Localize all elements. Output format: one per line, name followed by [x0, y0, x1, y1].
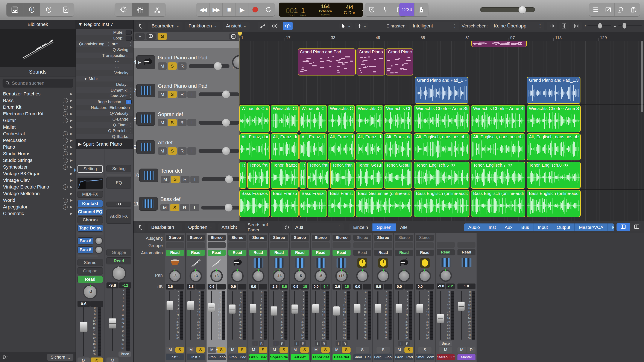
send-slot[interactable]: Bus 8 — [78, 246, 94, 254]
solo-button[interactable]: S — [404, 347, 413, 353]
track-record-button[interactable]: R — [178, 91, 186, 98]
volume-value[interactable]: 0.0 — [395, 284, 404, 290]
patch-play-icon[interactable]: ▶ — [138, 60, 141, 64]
group-button[interactable] — [228, 242, 246, 248]
track-name[interactable]: Tenor def — [161, 168, 239, 174]
group-button[interactable] — [458, 242, 476, 248]
mixer-strip-tenor-def[interactable]: StereoRead-50.0-9.4036912151821243035404… — [310, 233, 331, 362]
media-browser-button[interactable] — [627, 3, 640, 16]
region-param-row[interactable]: Q-Velocity: — [76, 110, 133, 116]
mute-button[interactable]: M — [291, 347, 300, 353]
region[interactable]: Tenor, Gesumm — [384, 162, 412, 189]
track-mute-button[interactable]: M — [160, 204, 169, 211]
library-item-world[interactable]: World↓▶ — [0, 197, 76, 204]
region[interactable]: Alt, Englisch, dans nos obscurit — [471, 133, 525, 160]
pan-knob[interactable]: +3 — [190, 270, 202, 282]
fader-thumb[interactable] — [374, 304, 382, 313]
region-inspector-header[interactable]: ▼ Region: Inst 7 — [76, 20, 133, 29]
input-monitor-button[interactable]: I — [336, 341, 341, 346]
fader-thumb[interactable] — [396, 304, 402, 313]
menu-bearbeiten[interactable]: Bearbeiten⌄ — [148, 22, 182, 30]
output-button[interactable]: Stereo — [208, 235, 226, 241]
mixer-strip-alt-def[interactable]: StereoRead+5-0.9-15036912151821243035404… — [290, 233, 310, 362]
track-record-button[interactable]: R — [178, 62, 186, 70]
fader-thumb[interactable] — [437, 314, 444, 323]
region[interactable]: Alt, Franz, dan — [271, 133, 298, 160]
region[interactable]: Wiinachts Chörl — [384, 105, 412, 132]
fader-thumb[interactable] — [458, 302, 465, 311]
region[interactable]: Bass Französis — [271, 190, 298, 217]
mixer-menu-bearbeiten[interactable]: Bearbeiten⌄ — [148, 223, 182, 231]
pan-knob[interactable]: +16 — [335, 270, 348, 282]
volume-fader[interactable]: 03691215182124303540455060 — [228, 291, 246, 340]
track-input-monitor-button[interactable]: I — [190, 204, 199, 211]
automation-button[interactable]: Read — [187, 250, 205, 256]
strip-name[interactable]: Gran...iano — [208, 354, 226, 360]
v-zoom-thumb[interactable] — [598, 23, 602, 28]
strip-name[interactable]: Sopran def — [270, 354, 288, 360]
mute-button[interactable]: M — [395, 347, 404, 353]
track-record-button[interactable]: R — [180, 176, 190, 183]
region[interactable]: Alt, Franz, dan — [328, 133, 355, 160]
vertical-auto-zoom-button[interactable] — [560, 22, 569, 30]
track-volume-slider[interactable] — [202, 177, 239, 181]
cycle-button[interactable] — [262, 3, 275, 16]
view-mode-einzeln[interactable]: Einzeln — [349, 223, 372, 231]
region[interactable]: Tenor, Gesumm — [356, 162, 383, 189]
volume-fader[interactable]: 03691215182124303540455060 — [374, 291, 392, 340]
fader-thumb[interactable] — [250, 304, 256, 313]
library-item-orchestral[interactable]: Orchestral↓▶ — [0, 130, 76, 137]
region[interactable]: Grand Piano and Pad_1 — [415, 77, 468, 104]
volume-value[interactable]: 0.0 — [312, 284, 320, 290]
waveform-zoom-button[interactable] — [547, 22, 557, 30]
strip-name[interactable]: Smal...oom — [416, 354, 434, 360]
download-icon[interactable]: ↓ — [63, 145, 68, 150]
arrange-area[interactable]: Grand Piano and PadGrand Piano anGrand P… — [239, 41, 644, 221]
region[interactable]: Bass Gesumme (online-audio-co — [356, 190, 412, 217]
more-disclosure[interactable]: ▼ Mehr — [76, 76, 133, 81]
solo-button[interactable]: S — [356, 347, 369, 353]
strip-name[interactable]: Gran...Pad — [228, 354, 246, 360]
stop-button[interactable]: ■ — [222, 3, 236, 16]
track-input-monitor-button[interactable]: I — [190, 176, 200, 183]
mute-button[interactable]: M — [312, 347, 320, 353]
region[interactable]: Alt, Franz, dans — [356, 133, 383, 160]
track-volume-slider[interactable] — [198, 92, 239, 96]
library-item-piano[interactable]: Piano↓▶ — [0, 144, 76, 150]
region[interactable]: Tenor, französi — [330, 162, 355, 189]
output-audio-fx-slot[interactable]: Audio FX — [106, 209, 132, 224]
automation-mode-button[interactable]: Read — [78, 276, 103, 283]
automation-button[interactable]: Read — [249, 250, 267, 256]
automation-button[interactable]: Read — [395, 250, 413, 256]
volume-value[interactable]: 0.0 — [416, 284, 424, 290]
volume-value[interactable]: -9.8 — [106, 283, 119, 289]
output-button[interactable]: Stereo — [416, 235, 434, 241]
editors-button[interactable] — [149, 3, 166, 16]
audio-fx-slot[interactable]: Tape Delay — [78, 225, 103, 232]
group-button[interactable] — [312, 242, 330, 248]
volume-value[interactable]: 1.8 — [458, 284, 476, 289]
region[interactable]: Bass Französisc — [239, 190, 270, 217]
strip-name[interactable]: Smal...Hall — [353, 354, 371, 360]
pan-knob[interactable]: -5 — [314, 270, 327, 282]
output-button[interactable]: Stereo — [353, 235, 371, 241]
arrange-scrollbar[interactable] — [641, 41, 643, 112]
pan-knob[interactable]: +5 — [294, 270, 306, 282]
automation-button[interactable]: Read — [228, 250, 246, 256]
download-icon[interactable]: ↓ — [63, 198, 68, 203]
checkbox[interactable] — [126, 30, 132, 35]
automation-button[interactable]: Read — [458, 249, 476, 255]
region-param-row[interactable]: Gate-Zeit:⌃⌄ — [76, 93, 133, 99]
solo-button[interactable]: S — [321, 347, 330, 353]
filter-master-vca[interactable]: Master/VCA — [575, 223, 608, 231]
automation-button[interactable]: Read — [353, 250, 371, 256]
apple-loops-button[interactable] — [614, 3, 627, 16]
save-patch-button[interactable]: Sichern ... — [47, 354, 74, 361]
track-record-button[interactable]: R — [180, 204, 189, 211]
region[interactable]: Wiinachts Chörli — [356, 105, 383, 132]
input-monitor-button[interactable]: I — [273, 341, 279, 346]
vertical-zoom-slider[interactable]: ↕ — [584, 24, 611, 28]
mute-button[interactable]: M — [228, 347, 237, 353]
volume-fader[interactable]: 03691215182124303540455060 — [395, 291, 413, 340]
output-setting-button[interactable]: Setting — [106, 165, 132, 172]
